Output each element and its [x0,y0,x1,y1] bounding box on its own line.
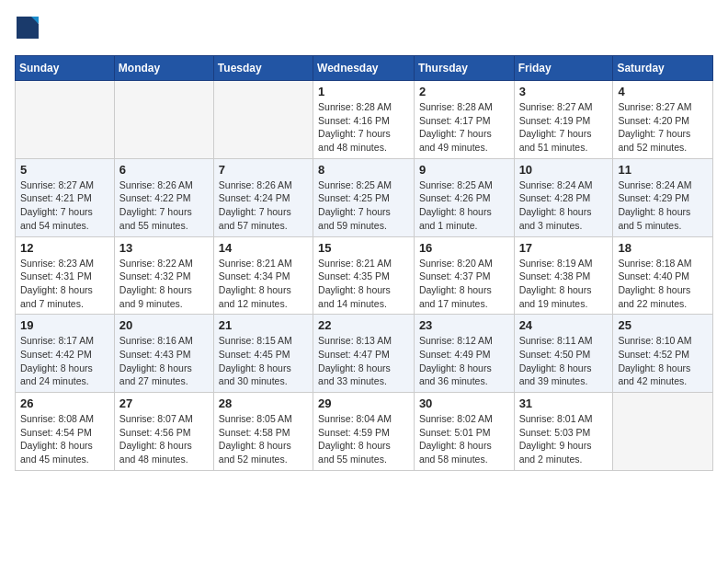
day-info: Sunrise: 8:26 AM Sunset: 4:24 PM Dayligh… [219,178,308,233]
day-number: 28 [219,396,308,410]
day-number: 21 [219,318,308,332]
day-info: Sunrise: 8:11 AM Sunset: 4:50 PM Dayligh… [519,334,609,388]
calendar-week-row: 26Sunrise: 8:08 AM Sunset: 4:54 PM Dayli… [16,393,713,471]
calendar-day-cell: 6Sunrise: 8:26 AM Sunset: 4:22 PM Daylig… [114,158,213,236]
calendar-day-cell: 7Sunrise: 8:26 AM Sunset: 4:24 PM Daylig… [213,158,313,236]
calendar-day-cell: 20Sunrise: 8:16 AM Sunset: 4:43 PM Dayli… [114,315,213,393]
calendar-day-cell: 26Sunrise: 8:08 AM Sunset: 4:54 PM Dayli… [16,393,115,471]
calendar-day-cell: 2Sunrise: 8:28 AM Sunset: 4:17 PM Daylig… [414,81,514,159]
day-info: Sunrise: 8:25 AM Sunset: 4:26 PM Dayligh… [419,178,509,233]
page-header [15,15,713,44]
day-number: 27 [119,396,209,410]
day-info: Sunrise: 8:22 AM Sunset: 4:32 PM Dayligh… [119,257,209,311]
day-number: 24 [519,318,609,332]
day-number: 18 [618,241,708,255]
day-number: 12 [20,241,109,255]
day-number: 6 [119,163,209,177]
calendar-day-cell: 17Sunrise: 8:19 AM Sunset: 4:38 PM Dayli… [514,236,613,315]
day-number: 30 [419,396,509,410]
weekday-header-saturday: Saturday [613,56,713,81]
calendar-week-row: 5Sunrise: 8:27 AM Sunset: 4:21 PM Daylig… [16,158,713,236]
day-number: 10 [519,163,609,177]
day-number: 16 [419,241,509,255]
weekday-header-monday: Monday [114,56,213,81]
day-info: Sunrise: 8:21 AM Sunset: 4:34 PM Dayligh… [219,257,308,311]
day-info: Sunrise: 8:27 AM Sunset: 4:19 PM Dayligh… [519,100,609,155]
weekday-header-wednesday: Wednesday [313,56,415,81]
day-number: 11 [618,163,708,177]
day-number: 20 [119,318,209,332]
day-number: 23 [419,318,509,332]
day-number: 26 [20,396,109,410]
day-number: 25 [618,318,708,332]
calendar-day-cell: 21Sunrise: 8:15 AM Sunset: 4:45 PM Dayli… [213,315,313,393]
calendar-day-cell: 14Sunrise: 8:21 AM Sunset: 4:34 PM Dayli… [213,236,313,315]
day-info: Sunrise: 8:21 AM Sunset: 4:35 PM Dayligh… [318,257,409,311]
calendar-day-cell: 11Sunrise: 8:24 AM Sunset: 4:29 PM Dayli… [613,158,713,236]
calendar-day-cell: 12Sunrise: 8:23 AM Sunset: 4:31 PM Dayli… [16,236,115,315]
day-info: Sunrise: 8:25 AM Sunset: 4:25 PM Dayligh… [318,178,409,233]
day-number: 4 [618,85,708,98]
calendar-day-cell: 19Sunrise: 8:17 AM Sunset: 4:42 PM Dayli… [16,315,115,393]
day-info: Sunrise: 8:05 AM Sunset: 4:58 PM Dayligh… [219,412,308,466]
calendar-day-cell: 25Sunrise: 8:10 AM Sunset: 4:52 PM Dayli… [613,315,713,393]
calendar-day-cell: 15Sunrise: 8:21 AM Sunset: 4:35 PM Dayli… [313,236,415,315]
day-number: 8 [318,163,409,177]
day-info: Sunrise: 8:01 AM Sunset: 5:03 PM Dayligh… [519,412,609,466]
calendar-table: SundayMondayTuesdayWednesdayThursdayFrid… [15,55,713,471]
day-number: 1 [318,85,409,98]
day-number: 19 [20,318,109,332]
day-number: 29 [318,396,409,410]
day-number: 2 [419,85,509,98]
weekday-header-friday: Friday [514,56,613,81]
calendar-day-cell: 1Sunrise: 8:28 AM Sunset: 4:16 PM Daylig… [313,81,415,159]
calendar-week-row: 1Sunrise: 8:28 AM Sunset: 4:16 PM Daylig… [16,81,713,159]
weekday-header-row: SundayMondayTuesdayWednesdayThursdayFrid… [16,56,713,81]
calendar-day-cell: 24Sunrise: 8:11 AM Sunset: 4:50 PM Dayli… [514,315,613,393]
day-info: Sunrise: 8:23 AM Sunset: 4:31 PM Dayligh… [20,257,109,311]
day-info: Sunrise: 8:07 AM Sunset: 4:56 PM Dayligh… [119,412,209,466]
calendar-day-cell [16,81,115,159]
weekday-header-sunday: Sunday [16,56,115,81]
calendar-day-cell: 4Sunrise: 8:27 AM Sunset: 4:20 PM Daylig… [613,81,713,159]
day-info: Sunrise: 8:10 AM Sunset: 4:52 PM Dayligh… [618,334,708,388]
calendar-day-cell: 23Sunrise: 8:12 AM Sunset: 4:49 PM Dayli… [414,315,514,393]
day-number: 22 [318,318,409,332]
day-info: Sunrise: 8:19 AM Sunset: 4:38 PM Dayligh… [519,257,609,311]
day-number: 3 [519,85,609,98]
calendar-day-cell: 18Sunrise: 8:18 AM Sunset: 4:40 PM Dayli… [613,236,713,315]
weekday-header-thursday: Thursday [414,56,514,81]
day-info: Sunrise: 8:26 AM Sunset: 4:22 PM Dayligh… [119,178,209,233]
day-info: Sunrise: 8:28 AM Sunset: 4:17 PM Dayligh… [419,100,509,155]
calendar-day-cell: 31Sunrise: 8:01 AM Sunset: 5:03 PM Dayli… [514,393,613,471]
calendar-day-cell: 30Sunrise: 8:02 AM Sunset: 5:01 PM Dayli… [414,393,514,471]
calendar-day-cell [613,393,713,471]
day-info: Sunrise: 8:13 AM Sunset: 4:47 PM Dayligh… [318,334,409,388]
day-number: 5 [20,163,109,177]
day-info: Sunrise: 8:28 AM Sunset: 4:16 PM Dayligh… [318,100,409,155]
day-info: Sunrise: 8:02 AM Sunset: 5:01 PM Dayligh… [419,412,509,466]
day-number: 7 [219,163,308,177]
day-info: Sunrise: 8:20 AM Sunset: 4:37 PM Dayligh… [419,257,509,311]
day-info: Sunrise: 8:24 AM Sunset: 4:28 PM Dayligh… [519,178,609,233]
day-info: Sunrise: 8:24 AM Sunset: 4:29 PM Dayligh… [618,178,708,233]
logo [15,15,44,44]
day-number: 31 [519,396,609,410]
day-info: Sunrise: 8:08 AM Sunset: 4:54 PM Dayligh… [20,412,109,466]
day-info: Sunrise: 8:12 AM Sunset: 4:49 PM Dayligh… [419,334,509,388]
calendar-day-cell: 3Sunrise: 8:27 AM Sunset: 4:19 PM Daylig… [514,81,613,159]
calendar-day-cell: 9Sunrise: 8:25 AM Sunset: 4:26 PM Daylig… [414,158,514,236]
calendar-day-cell: 22Sunrise: 8:13 AM Sunset: 4:47 PM Dayli… [313,315,415,393]
calendar-week-row: 19Sunrise: 8:17 AM Sunset: 4:42 PM Dayli… [16,315,713,393]
day-number: 9 [419,163,509,177]
calendar-day-cell: 8Sunrise: 8:25 AM Sunset: 4:25 PM Daylig… [313,158,415,236]
calendar-day-cell [213,81,313,159]
calendar-day-cell: 16Sunrise: 8:20 AM Sunset: 4:37 PM Dayli… [414,236,514,315]
calendar-day-cell [114,81,213,159]
logo-icon [15,15,40,44]
day-info: Sunrise: 8:17 AM Sunset: 4:42 PM Dayligh… [20,334,109,388]
day-info: Sunrise: 8:18 AM Sunset: 4:40 PM Dayligh… [618,257,708,311]
day-number: 17 [519,241,609,255]
calendar-day-cell: 5Sunrise: 8:27 AM Sunset: 4:21 PM Daylig… [16,158,115,236]
day-info: Sunrise: 8:04 AM Sunset: 4:59 PM Dayligh… [318,412,409,466]
